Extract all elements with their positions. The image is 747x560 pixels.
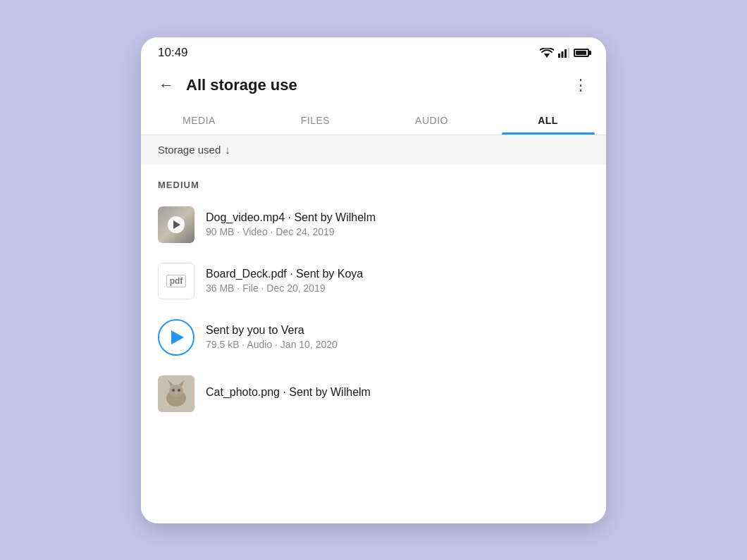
- file-info: Board_Deck.pdf · Sent by Koya 36 MB · Fi…: [206, 268, 589, 294]
- tab-media[interactable]: MEDIA: [141, 105, 257, 135]
- sort-label: Storage used: [158, 144, 221, 156]
- pdf-label: pdf: [166, 275, 187, 287]
- tabs-bar: MEDIA FILES AUDIO ALL: [141, 105, 606, 135]
- list-item[interactable]: pdf Board_Deck.pdf · Sent by Koya 36 MB …: [152, 253, 595, 309]
- svg-point-12: [175, 392, 178, 394]
- sort-arrow-icon: ↓: [225, 144, 230, 156]
- status-bar: 10:49: [141, 37, 606, 66]
- back-button[interactable]: ←: [152, 71, 180, 99]
- status-time: 10:49: [158, 46, 188, 60]
- more-icon: ⋮: [573, 76, 589, 94]
- list-item[interactable]: Cat_photo.png · Sent by Wilhelm: [152, 366, 595, 422]
- file-list: Dog_video.mp4 · Sent by Wilhelm 90 MB · …: [141, 197, 606, 422]
- section-title: MEDIUM: [158, 180, 199, 190]
- file-name: Cat_photo.png · Sent by Wilhelm: [206, 386, 589, 399]
- svg-rect-1: [558, 54, 560, 58]
- file-thumbnail: [158, 206, 195, 243]
- svg-point-11: [178, 389, 180, 392]
- svg-marker-0: [544, 54, 550, 58]
- file-thumbnail: pdf: [158, 263, 195, 299]
- cat-image: [158, 375, 195, 412]
- sort-bar[interactable]: Storage used ↓: [141, 135, 606, 164]
- status-icons: [540, 48, 589, 58]
- svg-rect-3: [564, 49, 567, 58]
- tab-files[interactable]: FILES: [257, 105, 374, 135]
- svg-point-7: [169, 385, 183, 397]
- play-icon: [173, 220, 180, 229]
- content-area: MEDIUM Dog_video.mp4 · Sent by Wilhelm 9…: [141, 164, 606, 523]
- svg-rect-4: [568, 48, 570, 58]
- signal-icon: [558, 48, 569, 58]
- file-name: Sent by you to Vera: [206, 324, 589, 337]
- file-info: Sent by you to Vera 79.5 kB · Audio · Ja…: [206, 324, 589, 350]
- svg-point-10: [172, 389, 175, 392]
- phone-frame: 10:49 ← All storage use: [141, 37, 606, 523]
- list-item[interactable]: Dog_video.mp4 · Sent by Wilhelm 90 MB · …: [152, 197, 595, 253]
- app-title: All storage use: [186, 76, 567, 94]
- back-arrow-icon: ←: [159, 76, 174, 94]
- tab-audio[interactable]: AUDIO: [374, 105, 490, 135]
- file-name: Dog_video.mp4 · Sent by Wilhelm: [206, 211, 589, 224]
- tab-all[interactable]: ALL: [490, 105, 606, 135]
- app-bar: ← All storage use ⋮: [141, 66, 606, 105]
- file-meta: 36 MB · File · Dec 20, 2019: [206, 282, 589, 294]
- file-thumbnail: [158, 375, 195, 412]
- overflow-menu-button[interactable]: ⋮: [567, 71, 595, 99]
- battery-icon: [574, 49, 589, 57]
- svg-rect-2: [562, 51, 564, 58]
- file-info: Dog_video.mp4 · Sent by Wilhelm 90 MB · …: [206, 211, 589, 237]
- audio-play-icon: [171, 330, 184, 344]
- list-item[interactable]: Sent by you to Vera 79.5 kB · Audio · Ja…: [152, 309, 595, 366]
- file-name: Board_Deck.pdf · Sent by Koya: [206, 268, 589, 280]
- wifi-icon: [540, 48, 554, 58]
- section-header: MEDIUM: [141, 164, 606, 197]
- file-info: Cat_photo.png · Sent by Wilhelm: [206, 386, 589, 401]
- file-meta: 90 MB · Video · Dec 24, 2019: [206, 226, 589, 237]
- audio-thumbnail: [158, 319, 195, 356]
- file-meta: 79.5 kB · Audio · Jan 10, 2020: [206, 339, 589, 350]
